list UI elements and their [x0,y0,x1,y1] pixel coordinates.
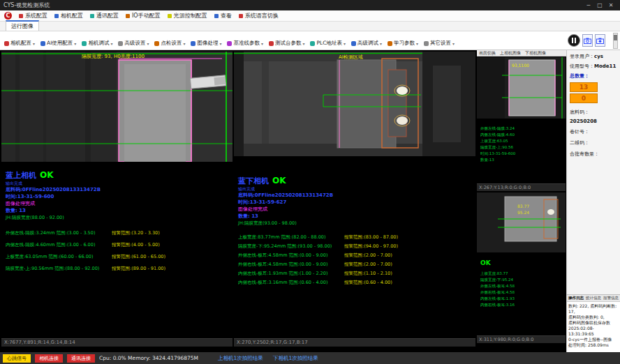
toolbar-learning-params[interactable]: 学习参数▾ [388,40,418,47]
alarm-range: 报警范围:(94.00 - 97.00) [344,242,398,251]
material-code: 底料码:0FFline2025020813313472B [6,186,231,193]
io-icon [126,14,130,18]
lower-camera-view[interactable]: AI检测区域 [234,52,475,156]
menu-io-manual[interactable]: IO手动配置 [126,12,161,20]
image-icon [191,41,195,46]
lower-result-text: 蓝下相机OK 输出完成 底料码:0FFline2025020813313472B… [238,176,474,287]
upper-camera-button[interactable] [582,34,593,47]
measure-value: 内侧左线-极耳:1.93mm 范围:(1.00 - 2.20) [238,269,344,278]
dots-icon [424,41,429,46]
measurement-row: 外侧右线-极耳:4.58mm 范围:(0.00 - 9.00)报警范围:(2.0… [238,260,474,269]
upper-thumbnail-image: 93,1100 [477,57,566,119]
count-label: 数量: 13 [238,213,474,220]
menu-view[interactable]: 查看 [214,12,232,20]
app-logo-icon: C [4,12,12,20]
thumb2-measure-lines: 上极宽度:83.77 隔膜宽度-下:95.24 外侧左线-极耳:4.58 外侧右… [480,271,515,308]
lower-result-link[interactable]: 下相机1次拍照结果 [273,355,318,362]
thumb-header-switch[interactable]: 画面切换 [479,50,496,56]
toolbar-advanced-debug[interactable]: 高级调试▾ [351,40,382,47]
measure-value: 上极宽度:83.77mm 范围:(82.00 - 88.00) [238,233,344,242]
batch-count-label: 合批寄数量： [570,151,599,157]
toolbar-camera-config[interactable]: 相机配置▾ [4,40,35,47]
toolbar-advanced-settings[interactable]: 高级设置▾ [118,40,149,47]
tab-statistics[interactable]: 统计信息 [586,296,601,301]
ruler-icon [227,41,232,46]
model-label: 使用型号： [570,63,594,69]
alarm-range: 报警范围:(89.00 - 91.00) [112,263,165,275]
measure-value: 外侧左线-极耳:4.58mm 范围:(0.00 - 9.00) [238,251,344,260]
measure-value: 内侧右线-极耳:3.16mm 范围:(0.60 - 4.00) [238,278,344,287]
toolbar-baseline-params[interactable]: 基准线参数▾ [227,40,263,47]
camera-icon [4,41,9,46]
chevron-down-icon: ▾ [302,41,304,46]
material-code-value: 20250208 [570,119,597,124]
chevron-down-icon: ▾ [183,41,185,46]
measure-line: 内侧右线-极耳:3.16 [480,302,515,308]
toolbar-label: 高级设置 [124,40,145,47]
toolbar-test-params[interactable]: 测试台参数▾ [269,40,305,47]
measurement-row: 内侧右线-极耳:3.16mm 范围:(0.60 - 4.00)报警范围:(0.6… [238,278,474,287]
measure-line: 外侧左线-极耳:4.58 [480,283,515,289]
toolbar-label: 其它设置 [430,40,451,47]
comm-link-indicator: 通讯连接 [67,354,95,363]
lower-camera-button[interactable] [595,34,605,47]
menu-label: 相机配置 [61,12,83,20]
log-lines: 数判: 222, 底料码判断数: 17, 底料码分类数判: 0, 底料码图像联机… [567,302,620,349]
menu-language[interactable]: 系统语言切换 [239,12,279,20]
alarm-range: 报警范围:(61.00 - 65.00) [112,251,165,263]
measurement-row: 上极宽度:63.05mm 范围:(60.00 - 66.00)报警范围:(61.… [6,251,231,263]
cpu-memory-readout: Cpu: 0.0% Memory: 3424.41796875M [99,355,198,361]
toolbar-label: 相机调试 [88,40,109,47]
thumb-header-upper[interactable]: 上相机图像 [500,50,521,56]
menu-system-config[interactable]: 系统配置 [19,12,47,20]
tab-run-image[interactable]: 运行图像 [6,20,39,31]
model-value: Mode11 [594,63,616,69]
lower-thumbnail-panel[interactable]: 83.77 95.24 OK 上极宽度:83.77 隔膜宽度-下:95.24 外… [477,192,566,343]
zoom-slider[interactable] [613,33,618,49]
menu-comm-config[interactable]: 通讯配置 [90,12,119,20]
upper-camera-view[interactable]: 隔膜宽度: 93, H0亮度:1100 [1,52,232,162]
thumb-header-lower[interactable]: 下相机图像 [525,50,546,56]
ai-icon [40,41,45,46]
measure-value: 内侧左线-隔膜:4.60mm 范围:(3.00 - 6.00) [6,239,112,251]
toolbar-image-process[interactable]: 图像处理▾ [191,40,221,47]
chevron-down-icon: ▾ [416,41,418,46]
measurement-row: 外侧左线-极耳:4.58mm 范围:(0.00 - 9.00)报警范围:(2.0… [238,251,474,260]
alarm-range: 报警范围:(2.00 - 7.00) [344,260,392,269]
minimize-button[interactable]: ─ [583,2,594,8]
measurement-row: 内侧左线-极耳:1.93mm 范围:(1.00 - 2.20)报警范围:(1.1… [238,269,474,278]
pause-button[interactable] [568,34,580,47]
toolbar-plc-table[interactable]: PLC地址表▾ [310,40,345,47]
measure-line: 内侧左线-极耳:1.93 [480,296,515,302]
tab-alarm-info[interactable]: 报警信息 [603,296,619,301]
result-links: 上相机1次拍照结果 下相机1次拍照结果 [218,355,318,362]
output-status: 输出完成 [238,186,474,192]
slider-handle[interactable] [614,35,617,40]
menu-label: 系统配置 [25,12,47,20]
plc-icon [310,41,315,46]
capture-time: 时间:13-31-59-600 [6,193,231,200]
login-user-label: 登录用户： [570,54,594,59]
upper-thumbnail-panel[interactable]: 93,1100 外侧左线-隔膜:3.24 内侧左线-隔膜:4.60 上极宽度:6… [477,57,566,191]
ng-counter: 0 [570,93,598,103]
log-line: 数判: 222, 底料码判断数: 17, [568,303,619,314]
lower-thumbnail-image: 83.77 95.24 [477,192,566,252]
upper-result-link[interactable]: 上相机1次拍照结果 [218,355,263,362]
baseline-note: JH:隔膜宽度(88.00 - 92.00) [6,214,231,221]
toolbar-spot-check[interactable]: 点检设置▾ [154,40,185,47]
menu-camera-config[interactable]: 相机配置 [54,12,83,20]
toolbar-ai-config[interactable]: AI使用配置▾ [40,40,76,47]
menu-light-control[interactable]: 光源控制配置 [168,12,207,20]
measure-line: 上极宽度:63.05 [480,138,515,144]
toolbar: 相机配置▾ AI使用配置▾ 相机调试▾ 高级设置▾ 点检设置▾ 图像处理▾ 基准… [0,31,566,50]
close-button[interactable]: ✕ [605,2,617,8]
chevron-down-icon: ▾ [33,41,35,46]
lower-camera-title: 蓝下相机OK [238,176,474,186]
count-label: 数量: 13 [6,207,231,214]
toolbar-other-settings[interactable]: 其它设置▾ [424,40,455,47]
upper-camera-title: 蓝上相机OK [6,170,231,181]
log-line: 处理时间: 258.09ms [568,342,619,348]
maximize-button[interactable]: □ [594,2,605,8]
tab-operation-log[interactable]: 操作日志 [568,296,584,301]
toolbar-camera-debug[interactable]: 相机调试▾ [82,40,112,47]
